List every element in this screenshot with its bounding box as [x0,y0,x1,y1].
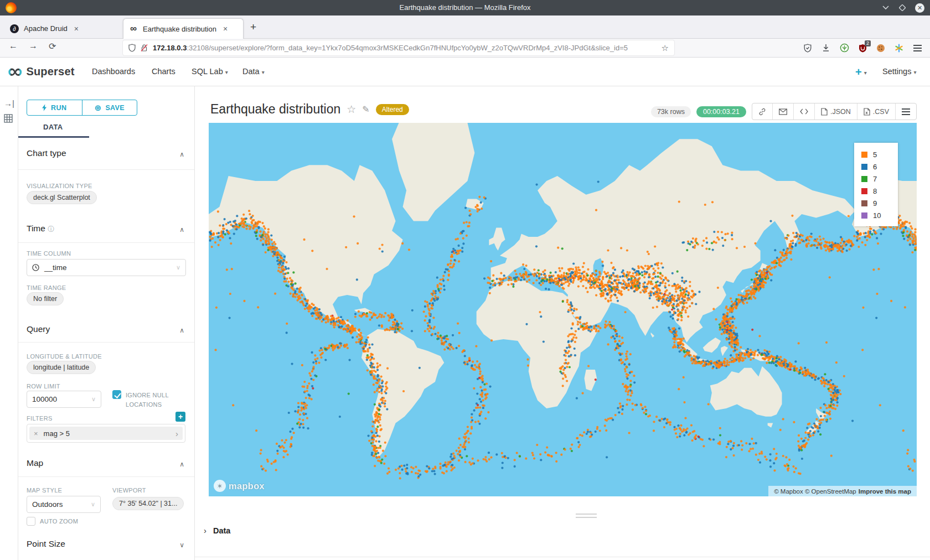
tab-underline [18,136,89,138]
data-panel-toggle[interactable]: › Data [204,526,230,535]
window-title: Earthquake distribution — Mozilla Firefo… [0,0,930,15]
viewport-value[interactable]: 7° 35' 54.02" | 31... [112,497,184,510]
tab-close-icon[interactable]: × [74,24,79,33]
map-style-select[interactable]: Outdoors ∨ [27,496,101,513]
nav-charts[interactable]: Charts [152,67,175,76]
nav-settings[interactable]: Settings▾ [882,67,916,76]
nav-sql-lab[interactable]: SQL Lab▾ [192,67,228,76]
url-path: :32108/superset/explore/?form_data_key=1… [187,44,628,52]
back-button[interactable]: ← [9,41,18,51]
lonlat-label: LONGITUDE & LATITUDE [27,353,102,360]
nav-dashboards[interactable]: Dashboards [92,67,135,76]
save-button[interactable]: ⊕ SAVE [82,100,137,115]
ignore-null-checkbox[interactable] [112,390,121,399]
chevron-up-icon[interactable]: ∧ [179,460,184,468]
chevron-up-icon[interactable]: ∧ [179,151,184,158]
tab-earthquake-distribution[interactable]: ∞ Earthquake distribution × [123,18,244,39]
favorite-star-icon[interactable]: ☆ [347,103,356,116]
legend-label: 5 [873,151,877,159]
bookmark-star-icon[interactable]: ☆ [662,43,669,53]
cookie-icon[interactable] [876,43,886,53]
run-button[interactable]: RUN [27,100,82,115]
tab-data[interactable]: DATA [43,123,63,131]
chevron-right-icon[interactable]: › [175,429,178,438]
add-filter-button[interactable]: + [175,412,185,422]
map-style-label: MAP STYLE [27,487,62,494]
legend-item[interactable]: 5 [861,148,898,160]
world-map-canvas [209,123,917,496]
mapbox-logo[interactable]: ✶ mapbox [214,480,265,492]
chart-title: Earthquake distribution [210,102,340,117]
share-link-button[interactable] [752,103,772,120]
map-attribution: © Mapbox © OpenStreetMap Improve this ma… [768,486,917,496]
attribution-text[interactable]: © Mapbox © OpenStreetMap [774,488,856,495]
window-minimize-icon[interactable] [882,4,890,12]
edit-properties-icon[interactable]: ✎ [362,104,369,115]
improve-map-link[interactable]: Improve this map [859,488,911,495]
extension-green-icon[interactable] [839,43,849,53]
legend-item[interactable]: 8 [861,185,898,197]
explore-control-panel: RUN ⊕ SAVE DATA Chart type ∧ VISUALIZATI… [18,86,195,560]
legend-item[interactable]: 6 [861,160,898,173]
section-query[interactable]: Query [27,324,50,334]
reload-button[interactable]: ⟳ [49,41,56,51]
time-column-select[interactable]: __time ∨ [27,259,186,276]
legend-item[interactable]: 7 [861,173,898,185]
legend-item[interactable]: 9 [861,197,898,209]
lightning-icon [42,104,47,111]
time-column-label: TIME COLUMN [27,250,71,257]
new-tab-button[interactable]: + [250,21,256,33]
legend-label: 7 [873,175,877,183]
tab-apache-druid[interactable]: ∂ Apache Druid × [4,18,121,39]
superset-favicon: ∞ [129,24,138,33]
altered-badge[interactable]: Altered [376,104,409,115]
section-time[interactable]: Time ⓘ [27,224,54,234]
nav-data[interactable]: Data▾ [242,67,265,76]
embed-code-button[interactable] [793,103,814,120]
add-new-button[interactable]: +▾ [855,66,867,79]
pocket-shield-icon[interactable] [803,43,813,53]
lonlat-value[interactable]: longitude | latitude [27,361,96,374]
filter-expression: mag > 5 [44,429,70,438]
firefox-titlebar: Earthquake distribution — Mozilla Firefo… [0,0,930,15]
collapse-panel-icon[interactable]: →| [4,98,14,108]
left-icon-rail: →| [0,86,18,560]
filter-chip[interactable]: × mag > 5 › [29,427,183,440]
insecure-lock-icon[interactable] [141,44,148,52]
url-bar[interactable]: 172.18.0.3:32108/superset/explore/?form_… [123,40,674,55]
section-map[interactable]: Map [27,458,43,468]
chevron-down-icon[interactable]: ∨ [179,541,184,549]
window-close-icon[interactable]: ✕ [915,3,924,13]
tab-close-icon[interactable]: × [223,24,228,33]
chevron-up-icon[interactable]: ∧ [179,326,184,334]
legend-item[interactable]: 10 [861,209,898,221]
export-csv-button[interactable]: .CSV [857,103,895,120]
forward-button[interactable]: → [29,41,38,51]
viz-type-label: VISUALIZATION TYPE [27,183,92,189]
remove-filter-icon[interactable]: × [34,429,38,438]
email-button[interactable] [772,103,793,120]
section-chart-type[interactable]: Chart type [27,148,66,158]
dataset-grid-icon[interactable] [4,114,13,125]
auto-zoom-checkbox[interactable] [27,517,35,526]
chevron-down-icon: ▾ [864,70,867,76]
export-json-button[interactable]: .JSON [814,103,857,120]
downloads-icon[interactable] [821,43,831,53]
legend-swatch [861,152,867,158]
chart-main-area: Earthquake distribution ☆ ✎ Altered 73k … [195,86,930,560]
deckgl-map[interactable]: 5678910 ✶ mapbox © Mapbox © OpenStreetMa… [209,123,917,496]
panel-resize-handle[interactable] [576,514,597,520]
chevron-up-icon[interactable]: ∧ [179,226,184,234]
legend-swatch [861,212,867,219]
window-maximize-icon[interactable] [898,4,906,12]
time-range-value[interactable]: No filter [27,292,64,305]
row-limit-select[interactable]: 100000 ∨ [27,391,101,408]
firefox-menu-icon[interactable] [912,43,922,53]
tracking-shield-icon[interactable] [128,44,136,52]
section-point-size[interactable]: Point Size [27,539,65,549]
superset-brand[interactable]: ∞ Superset [8,62,75,81]
viz-type-value[interactable]: deck.gl Scatterplot [27,191,97,204]
chart-menu-button[interactable] [895,103,916,120]
extension-asterisk-icon[interactable] [894,43,904,53]
ublock-icon[interactable]: 2 [857,43,867,53]
